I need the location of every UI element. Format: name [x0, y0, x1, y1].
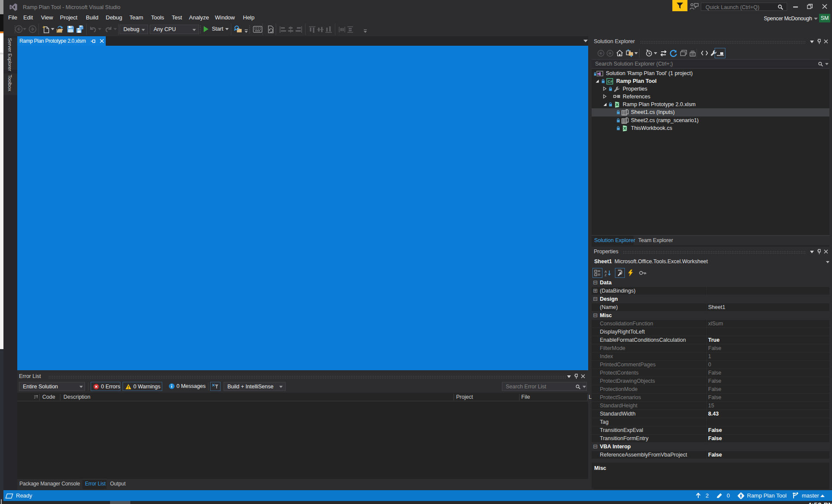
svg-text:Z: Z — [605, 273, 607, 277]
svg-text:C#: C# — [608, 79, 613, 84]
